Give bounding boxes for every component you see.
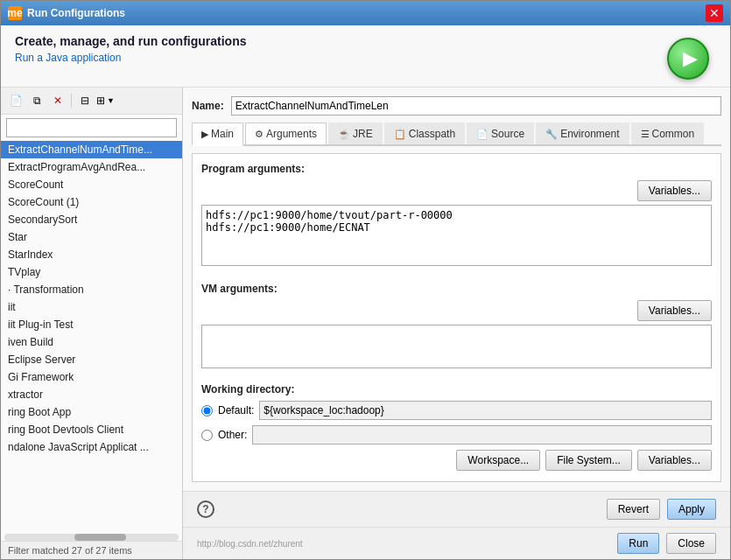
other-radio-label: Other: [218,429,247,441]
program-args-variables-button[interactable]: Variables... [637,180,712,201]
right-panel-inner: Name: ▶ Main ⚙ Arguments ☕ JRE [183,88,730,491]
sidebar: 📄 ⧉ ✕ ⊟ ⊞ ▼ ExtractChannelNumAndTime... … [1,88,183,559]
tab-source[interactable]: 📄 Source [467,122,534,144]
list-item[interactable]: SecondarySort [1,211,182,228]
list-item[interactable]: iit Plug-in Test [1,316,182,333]
list-item[interactable]: StarIndex [1,246,182,263]
search-input[interactable] [6,118,177,137]
arguments-tab-icon: ⚙ [255,129,264,140]
sidebar-scrollbar-thumb[interactable] [74,534,127,541]
tab-environment-label: Environment [560,128,619,140]
common-tab-icon: ☰ [641,129,650,140]
workspace-button[interactable]: Workspace... [456,450,540,471]
default-dir-input[interactable] [259,401,712,420]
tab-jre[interactable]: ☕ JRE [328,122,383,144]
delete-configuration-button[interactable]: ✕ [48,91,67,110]
header-title: Create, manage, and run configurations [15,34,667,48]
vm-args-section: Variables... [201,300,712,376]
app-icon: me [8,6,22,20]
sidebar-toolbar: 📄 ⧉ ✕ ⊟ ⊞ ▼ [1,88,182,115]
jre-tab-icon: ☕ [338,129,350,140]
dropdown-arrow-icon: ▼ [107,96,115,105]
list-item[interactable]: iit [1,298,182,316]
tab-classpath[interactable]: 📋 Classpath [384,122,465,144]
run-configurations-window: me Run Configurations ✕ Create, manage, … [0,0,731,560]
bottom-bar: ? Revert Apply [183,491,730,527]
revert-button[interactable]: Revert [607,499,660,520]
program-args-section: Variables... hdfs://pc1:9000/home/tvout/… [201,180,712,274]
run-button[interactable]: Run [617,533,659,554]
bottom-actions: Revert Apply [607,499,716,520]
list-item[interactable]: Eclipse Server [1,351,182,368]
working-directory-section: Working directory: Default: Other: [201,383,712,471]
header: Create, manage, and run configurations R… [1,25,730,88]
program-args-label: Program arguments: [201,163,712,175]
working-dir-label: Working directory: [201,383,712,396]
filter-dropdown[interactable]: ⊞ ▼ [96,94,115,107]
run-java-link[interactable]: Run a Java application [15,52,667,64]
tab-common-label: Common [652,128,695,140]
tab-bar: ▶ Main ⚙ Arguments ☕ JRE 📋 Classpath [192,122,721,146]
watermark: http://blog.csdn.net/zhurent [197,539,610,549]
default-radio-label: Default: [218,404,254,416]
close-button[interactable]: Close [666,533,716,554]
right-panel: Name: ▶ Main ⚙ Arguments ☕ JRE [183,88,730,559]
run-close-bar: http://blog.csdn.net/zhurent Run Close [183,527,730,559]
other-radio-row: Other: [201,425,712,444]
sidebar-list: ExtractChannelNumAndTime... ExtractProgr… [1,141,182,534]
tab-common[interactable]: ☰ Common [631,122,705,144]
list-item[interactable]: Star [1,228,182,246]
list-item[interactable]: · Transformation [1,281,182,298]
dir-variables-button[interactable]: Variables... [637,450,712,471]
list-item[interactable]: Gi Framework [1,368,182,386]
apply-button[interactable]: Apply [667,499,716,520]
play-icon: ▶ [683,47,698,70]
window-title: Run Configurations [27,7,700,19]
close-window-button[interactable]: ✕ [706,4,723,22]
run-play-button[interactable]: ▶ [667,38,709,80]
vm-args-textarea[interactable] [201,325,712,368]
tab-arguments[interactable]: ⚙ Arguments [245,122,327,144]
tab-environment[interactable]: 🔧 Environment [536,122,629,144]
new-configuration-button[interactable]: 📄 [6,91,25,110]
list-item[interactable]: ring Boot Devtools Client [1,421,182,438]
main-tab-icon: ▶ [201,129,208,140]
vm-args-label: VM arguments: [201,283,712,295]
tab-arguments-label: Arguments [266,128,317,140]
list-item[interactable]: ExtractProgramAvgAndRea... [1,158,182,176]
environment-tab-icon: 🔧 [545,129,558,140]
collapse-button[interactable]: ⊟ [75,91,95,110]
list-item[interactable]: ring Boot App [1,403,182,421]
default-radio[interactable] [201,405,213,416]
program-args-textarea[interactable]: hdfs://pc1:9000/home/tvout/part-r-00000 … [201,205,712,266]
list-item[interactable]: ExtractChannelNumAndTime... [1,141,182,158]
name-input[interactable] [231,96,721,116]
vm-args-variables-button[interactable]: Variables... [637,300,712,321]
sidebar-filter-status: Filter matched 27 of 27 items [1,541,182,559]
other-dir-input[interactable] [252,425,712,444]
duplicate-configuration-button[interactable]: ⧉ [27,91,46,110]
tab-main[interactable]: ▶ Main [192,122,243,146]
list-item[interactable]: xtractor [1,386,182,403]
tab-main-label: Main [211,128,234,140]
panel-content: Program arguments: Variables... hdfs://p… [192,153,721,482]
search-box [6,118,177,137]
tab-jre-label: JRE [353,128,373,140]
list-item[interactable]: ndalone JavaScript Applicat ... [1,438,182,456]
help-icon[interactable]: ? [197,500,214,518]
default-radio-row: Default: [201,401,712,420]
list-item[interactable]: TVplay [1,263,182,281]
dir-buttons: Workspace... File System... Variables... [201,450,712,471]
filesystem-button[interactable]: File System... [545,450,632,471]
toolbar-separator [71,94,72,108]
name-label: Name: [192,100,224,112]
list-item[interactable]: ScoreCount (1) [1,193,182,211]
tab-source-label: Source [491,128,524,140]
list-item[interactable]: iven Build [1,333,182,351]
list-item[interactable]: ScoreCount [1,176,182,193]
main-content: 📄 ⧉ ✕ ⊟ ⊞ ▼ ExtractChannelNumAndTime... … [1,88,730,559]
other-radio[interactable] [201,430,213,441]
tab-classpath-label: Classpath [409,128,455,140]
title-bar: me Run Configurations ✕ [1,1,730,25]
filter-icon: ⊞ [96,94,105,107]
